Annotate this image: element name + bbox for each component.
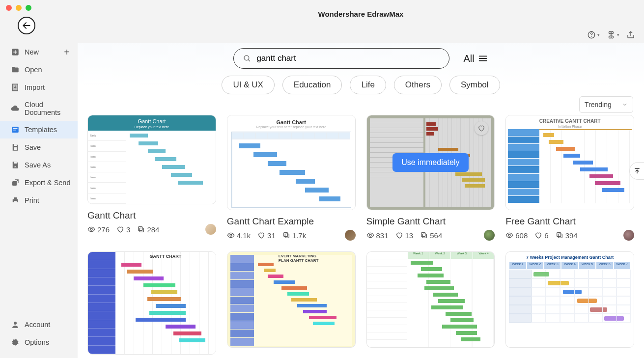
heart-icon [534,231,542,239]
help-button[interactable]: ▾ [587,30,600,39]
copy-icon [282,231,290,239]
minimize-window-icon[interactable] [16,5,22,11]
sidebar-item-label: New [25,48,39,56]
svg-point-28 [230,234,232,236]
filter-all-button[interactable]: All [463,53,488,64]
author-avatar[interactable] [205,224,216,235]
chip-ui-ux[interactable]: UI & UX [222,76,274,94]
template-thumbnail[interactable]: CREATIVE GANTT CHART Initiation Phase [505,115,634,210]
sidebar-item-open[interactable]: Open [0,61,78,79]
svg-rect-13 [14,201,17,204]
search-box[interactable] [233,48,449,69]
sort-row: Trending [78,96,644,115]
sidebar-footer: Account Options [0,316,78,358]
author-avatar[interactable] [623,230,634,241]
template-card: Week 1Week 2Week 3Week 4 [366,251,495,355]
thumb-title: Gantt Chart [88,115,216,125]
sidebar-item-save[interactable]: Save [0,138,78,156]
sidebar-item-import[interactable]: Import [0,79,78,96]
template-card: Gantt Chart Replace your text here TaskI… [87,115,216,241]
copy-icon [420,231,428,239]
filter-label: All [463,53,474,64]
use-immediately-button[interactable]: Use immediately [392,153,468,172]
sidebar-item-cloud[interactable]: Cloud Documents [0,96,78,121]
template-card: CREATIVE GANTT CHART Initiation Phase [505,115,634,241]
author-avatar[interactable] [484,230,495,241]
svg-rect-12 [14,197,17,199]
sort-value: Trending [585,101,612,109]
thumb-title: CREATIVE GANTT CHART [508,118,632,124]
eye-icon [227,231,235,239]
template-thumbnail[interactable]: GANTT CHART [87,251,216,355]
copy-icon [556,231,563,239]
svg-rect-5 [13,128,18,129]
chip-others[interactable]: Others [394,76,442,94]
template-thumbnail[interactable]: 7 Weeks Project Management Gantt Chart W… [505,251,634,348]
titlebar-actions: ▾ ▾ [587,30,635,39]
thumb-title: EVENT MARKETING PLAN GANTT CHART [279,254,328,263]
author-avatar[interactable] [345,230,356,241]
svg-rect-6 [13,130,16,131]
template-title: Simple Gantt Chart [366,216,495,227]
sidebar-item-save-as[interactable]: Save As [0,156,78,174]
svg-rect-3 [15,50,16,54]
svg-point-14 [14,322,17,325]
template-gallery[interactable]: Gantt Chart Replace your text here TaskI… [78,115,644,358]
template-thumbnail[interactable]: Gantt Chart Replace your text here TaskI… [87,115,216,204]
svg-rect-32 [423,234,427,238]
template-thumbnail[interactable]: Use immediately [366,115,495,210]
close-window-icon[interactable] [6,5,12,11]
sidebar-item-label: Save [25,143,41,151]
back-button[interactable] [18,17,35,34]
chip-education[interactable]: Education [282,76,342,94]
template-thumbnail[interactable]: Gantt Chart Replace your text here/Repla… [227,115,356,210]
template-stats: 831 13 564 [366,230,495,241]
help-icon [587,30,596,39]
scroll-to-top-button[interactable] [629,162,644,180]
chevron-down-icon: ▾ [617,32,619,37]
sidebar-item-print[interactable]: Print [0,192,78,209]
plus-square-icon [11,48,20,56]
likes[interactable]: 31 [257,231,276,240]
sidebar-item-options[interactable]: Options [0,333,78,351]
svg-rect-33 [421,233,425,237]
template-thumbnail[interactable]: EVENT MARKETING PLAN GANTT CHART [227,251,356,348]
sidebar-item-label: Print [25,196,39,204]
likes[interactable]: 6 [534,231,548,240]
import-icon [11,83,20,92]
sidebar-item-new[interactable]: New + [0,43,78,61]
plus-icon[interactable]: + [64,47,70,58]
sidebar-item-templates[interactable]: Templates [0,121,78,138]
sidebar-item-label: Open [25,66,42,74]
template-thumbnail[interactable]: Week 1Week 2Week 3Week 4 [366,251,495,348]
likes[interactable]: 13 [395,231,414,240]
sidebar-item-label: Export & Send [25,179,71,187]
svg-rect-29 [285,234,289,238]
sidebar-item-label: Account [25,321,50,329]
svg-rect-27 [139,227,142,231]
shortcuts-button[interactable]: ▾ [607,30,619,39]
svg-point-18 [244,55,249,60]
views: 4.1k [227,231,251,240]
template-card: EVENT MARKETING PLAN GANTT CHART [227,251,356,355]
heart-icon [257,231,265,239]
heart-icon [395,231,403,239]
svg-rect-35 [558,234,562,238]
svg-point-25 [90,228,92,230]
window-controls [0,0,78,14]
thumb-title: 7 Weeks Project Management Gantt Chart [509,255,631,260]
command-icon [607,30,616,39]
search-input[interactable] [256,54,440,63]
cloud-icon [11,104,20,113]
likes[interactable]: 3 [116,225,130,234]
maximize-window-icon[interactable] [26,5,31,11]
sidebar-item-export[interactable]: Export & Send [0,174,78,192]
sort-select[interactable]: Trending [579,96,633,113]
views: 608 [505,231,528,240]
share-button[interactable] [626,30,635,39]
chip-life[interactable]: Life [350,76,386,94]
chip-symbol[interactable]: Symbol [449,76,500,94]
sidebar-item-account[interactable]: Account [0,316,78,333]
copies: 1.7k [282,231,306,240]
sidebar-item-label: Templates [25,126,57,134]
